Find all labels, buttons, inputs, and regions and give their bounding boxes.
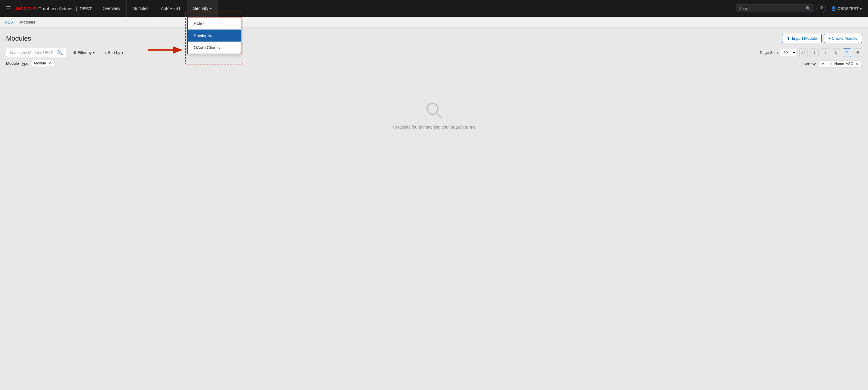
toolbar: 🔍 ⚙ Filter by ▾ ↕ Sort by ▾ Page Size: 2… — [6, 48, 862, 57]
tab-modules[interactable]: Modules — [127, 0, 155, 17]
modules-header: Modules ⬆ Import Module + Create Module — [6, 34, 862, 43]
global-search-box[interactable]: 🔍 — [736, 4, 814, 12]
page-content: Modules ⬆ Import Module + Create Module … — [0, 28, 868, 390]
card-view-button[interactable]: ⊞ — [843, 48, 851, 57]
import-module-button[interactable]: ⬆ Import Module — [782, 34, 821, 43]
dropdown-item-oauth-clients[interactable]: OAuth Clients — [188, 41, 241, 54]
dropdown-item-roles[interactable]: Roles — [188, 18, 241, 30]
breadcrumb-separator: › — [17, 20, 19, 24]
next-page-button[interactable]: ⟩ — [821, 48, 830, 57]
tab-overview[interactable]: Overview — [96, 0, 126, 17]
module-search-input[interactable] — [9, 50, 55, 55]
sort-icon: ↕ — [104, 50, 107, 55]
hamburger-menu-icon[interactable]: ☰ — [4, 3, 13, 14]
user-chevron-icon: ▾ — [860, 6, 862, 11]
global-search-input[interactable] — [739, 6, 804, 11]
page-size-control: Page Size: 20 50 100 — [760, 49, 797, 56]
breadcrumb-rest-link[interactable]: REST — [5, 20, 16, 24]
dropdown-item-privileges[interactable]: Privileges — [188, 30, 241, 41]
toolbar-right: Page Size: 20 50 100 ⟨⟨ ⟨ ⟩ ↻ ⊞ ☰ — [760, 48, 862, 57]
empty-search-icon — [424, 101, 444, 120]
header: ☰ ORACLE Database Actions | REST Overvie… — [0, 0, 868, 17]
module-search-icon[interactable]: 🔍 — [57, 50, 63, 56]
remove-filter-chip-button[interactable]: ✕ — [48, 61, 52, 66]
module-search-field[interactable]: 🔍 — [6, 48, 66, 57]
empty-state-message: No results found matching your search te… — [392, 125, 476, 130]
app-logo: ORACLE Database Actions | REST — [16, 6, 92, 11]
sort-by-button[interactable]: ↕ Sort by ▾ — [101, 49, 127, 56]
breadcrumb: REST › Modules — [0, 17, 868, 28]
import-icon: ⬆ — [786, 36, 790, 41]
header-right: 🔍 ? 👤 ORDSTEST ▾ — [736, 4, 864, 13]
user-icon: 👤 — [831, 6, 836, 11]
refresh-button[interactable]: ↻ — [832, 48, 840, 57]
user-menu[interactable]: 👤 ORDSTEST ▾ — [829, 5, 864, 12]
prev-page-button[interactable]: ⟨ — [810, 48, 818, 57]
svg-line-1 — [436, 112, 441, 118]
page-title: Modules — [6, 35, 31, 42]
create-module-button[interactable]: + Create Module — [824, 34, 862, 43]
empty-state: No results found matching your search te… — [6, 76, 862, 154]
filter-icon: ⚙ — [73, 50, 76, 55]
remove-sort-chip-button[interactable]: ✕ — [855, 61, 859, 66]
search-icon[interactable]: 🔍 — [806, 6, 811, 11]
tab-security[interactable]: Security ▾ Roles Privileges OAuth Client… — [187, 0, 218, 17]
breadcrumb-current: Modules — [20, 20, 35, 24]
sort-chip: Module Name: ASC ✕ — [818, 60, 862, 67]
first-page-button[interactable]: ⟨⟨ — [799, 48, 808, 57]
filter-chips: Module Type Module ✕ — [6, 60, 55, 67]
main-nav: Overview Modules AutoREST Security ▾ Rol… — [96, 0, 736, 17]
page-size-select[interactable]: 20 50 100 — [780, 49, 797, 56]
security-dropdown: Roles Privileges OAuth Clients — [187, 17, 241, 54]
sort-display: Sort by Module Name: ASC ✕ — [803, 60, 862, 67]
app-subtitle: Database Actions | REST — [38, 6, 92, 11]
oracle-brand: ORACLE — [16, 6, 36, 11]
filter-chevron-icon: ▾ — [93, 50, 95, 55]
list-view-button[interactable]: ☰ — [854, 48, 862, 57]
filter-chip-module-type: Module ✕ — [31, 60, 55, 67]
filter-by-button[interactable]: ⚙ Filter by ▾ — [70, 49, 98, 56]
tab-autorest[interactable]: AutoREST — [155, 0, 187, 17]
security-chevron-icon: ▾ — [210, 7, 212, 10]
modules-actions: ⬆ Import Module + Create Module — [782, 34, 862, 43]
toolbar-left: 🔍 ⚙ Filter by ▾ ↕ Sort by ▾ — [6, 48, 127, 57]
sort-chevron-icon: ▾ — [121, 50, 124, 55]
help-icon[interactable]: ? — [816, 4, 826, 13]
username-label: ORDSTEST — [837, 6, 859, 11]
